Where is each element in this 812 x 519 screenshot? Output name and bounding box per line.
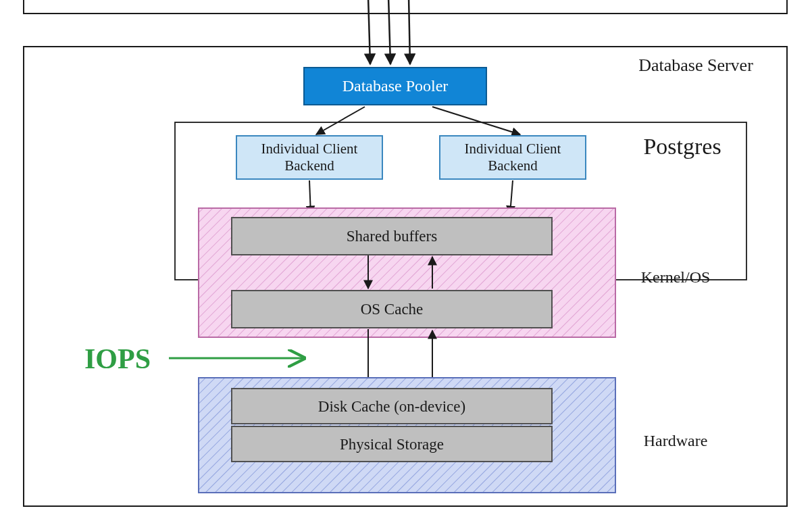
database-server-label: Database Server: [638, 55, 753, 75]
physical-storage-label: Physical Storage: [340, 436, 444, 453]
os-cache-label: OS Cache: [361, 301, 424, 318]
pooler-to-client2-arrow: [432, 107, 520, 134]
top-frame: [24, 0, 787, 14]
incoming-arrow-3: [409, 0, 410, 64]
client-backend-1-line2: Backend: [284, 157, 334, 174]
shared-buffers-label: Shared buffers: [347, 228, 437, 245]
client-backend-2-line1: Individual Client: [465, 141, 561, 157]
iops-label: IOPS: [84, 343, 151, 374]
pooler-to-client1-arrow: [316, 107, 365, 134]
disk-cache-label: Disk Cache (on-device): [318, 398, 465, 415]
hardware-label: Hardware: [644, 432, 708, 449]
incoming-arrow-1: [368, 0, 370, 64]
postgres-label: Postgres: [643, 134, 721, 159]
client-backend-2-line2: Backend: [488, 157, 538, 174]
client-backend-1-line1: Individual Client: [261, 141, 358, 157]
architecture-diagram: Database Server Database Pooler Postgres…: [0, 0, 812, 519]
database-pooler-label: Database Pooler: [342, 77, 449, 95]
kernel-os-label: Kernel/OS: [641, 268, 711, 286]
incoming-arrow-2: [388, 0, 390, 64]
